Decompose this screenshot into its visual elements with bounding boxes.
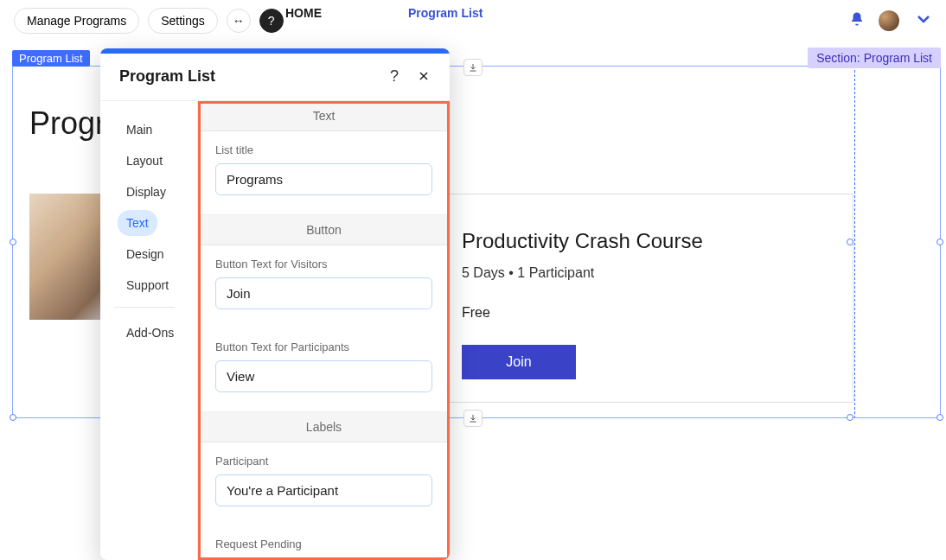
panel-nav-text[interactable]: Text	[118, 210, 157, 236]
resize-handle[interactable]	[10, 239, 16, 245]
resize-handle[interactable]	[847, 239, 853, 245]
field-btn-visitors: Button Text for Visitors	[198, 245, 450, 328]
field-participant: Participant	[198, 442, 450, 525]
resize-handle[interactable]	[936, 414, 943, 421]
avatar[interactable]	[879, 10, 899, 31]
btn-visitors-input[interactable]	[215, 277, 432, 309]
request-pending-label: Request Pending	[215, 538, 432, 550]
panel-body: Main Layout Display Text Design Support …	[100, 100, 450, 560]
settings-button[interactable]: Settings	[148, 8, 218, 34]
close-icon[interactable]	[413, 66, 434, 86]
panel-nav-design[interactable]: Design	[118, 241, 190, 267]
top-nav: HOME Program List	[285, 3, 483, 23]
group-button-header: Button	[198, 215, 450, 245]
nav-home[interactable]: HOME	[285, 3, 322, 23]
panel-nav-support[interactable]: Support	[118, 272, 190, 298]
settings-panel: Program List ? Main Layout Display Text …	[100, 48, 450, 560]
section-label: Section: Program List	[808, 48, 941, 68]
panel-nav-layout[interactable]: Layout	[118, 148, 190, 174]
top-toolbar: Manage Programs Settings ↔ ? HOME Progra…	[0, 0, 946, 41]
group-labels-header: Labels	[198, 412, 450, 442]
group-text-header: Text	[198, 101, 450, 131]
widget-label: Program List	[12, 50, 90, 67]
expand-icon[interactable]: ↔	[227, 9, 251, 33]
list-title-label: List title	[215, 143, 432, 156]
field-list-title: List title	[198, 131, 450, 215]
panel-nav-display[interactable]: Display	[118, 179, 190, 205]
participant-input[interactable]	[215, 474, 432, 506]
panel-scroll[interactable]: Text List title Button Button Text for V…	[198, 101, 450, 560]
resize-handle[interactable]	[936, 239, 943, 245]
panel-content: Text List title Button Button Text for V…	[197, 101, 450, 560]
panel-title: Program List	[119, 67, 384, 86]
panel-header: Program List ?	[100, 54, 450, 100]
help-icon[interactable]: ?	[259, 9, 284, 33]
panel-nav-main[interactable]: Main	[118, 117, 190, 143]
list-title-input[interactable]	[215, 163, 432, 195]
toolbar-right	[849, 9, 934, 33]
nav-program-list[interactable]: Program List	[408, 3, 483, 23]
chevron-down-icon[interactable]	[913, 9, 934, 33]
participant-label: Participant	[215, 455, 432, 468]
resize-handle[interactable]	[10, 414, 16, 421]
btn-visitors-label: Button Text for Visitors	[215, 258, 432, 270]
nav-divider	[114, 307, 175, 308]
panel-nav: Main Layout Display Text Design Support …	[100, 101, 197, 560]
bell-icon[interactable]	[849, 11, 865, 30]
btn-participants-input[interactable]	[215, 360, 432, 392]
field-request-pending: Request Pending	[198, 525, 450, 560]
panel-nav-addons[interactable]: Add-Ons	[118, 320, 190, 346]
panel-help-icon[interactable]: ?	[384, 66, 405, 86]
toolbar-left: Manage Programs Settings ↔ ?	[14, 8, 284, 34]
attach-bottom-button[interactable]	[463, 410, 483, 427]
field-btn-participants: Button Text for Participants	[198, 328, 450, 412]
manage-programs-button[interactable]: Manage Programs	[14, 8, 139, 34]
resize-handle[interactable]	[847, 414, 853, 421]
attach-top-button[interactable]	[463, 59, 483, 76]
btn-participants-label: Button Text for Participants	[215, 340, 432, 353]
